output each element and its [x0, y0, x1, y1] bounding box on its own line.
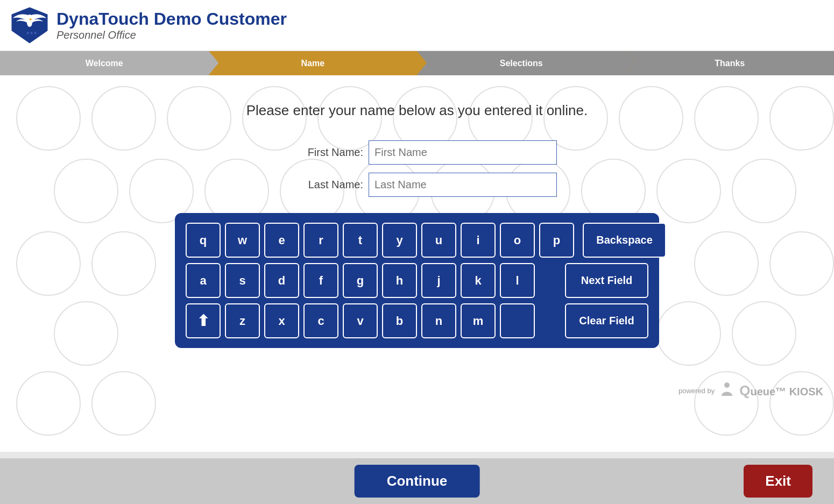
key-f[interactable]: f	[303, 263, 338, 298]
key-e[interactable]: e	[264, 223, 299, 258]
key-b[interactable]: b	[382, 303, 417, 338]
key-shift[interactable]: ⬆	[186, 303, 221, 338]
key-u[interactable]: u	[421, 223, 456, 258]
keyboard-row-3: ⬆ z x c v b n m Clear Field	[186, 303, 648, 338]
key-clear-field[interactable]: Clear Field	[565, 303, 648, 338]
key-y[interactable]: y	[382, 223, 417, 258]
logo-area: ★★★ DynaTouch Demo Customer Personnel Of…	[11, 6, 287, 44]
key-d[interactable]: d	[264, 263, 299, 298]
key-s[interactable]: s	[225, 263, 260, 298]
key-j[interactable]: j	[421, 263, 456, 298]
header: ★★★ DynaTouch Demo Customer Personnel Of…	[0, 0, 834, 51]
person-icon	[719, 381, 735, 397]
instruction-text: Please enter your name below as you ente…	[246, 102, 588, 119]
form-area: First Name: Last Name:	[277, 140, 557, 197]
key-v[interactable]: v	[343, 303, 378, 338]
keyboard: q w e r t y u i o p Backspace a s d f g …	[175, 213, 659, 348]
last-name-row: Last Name:	[277, 173, 557, 197]
key-i[interactable]: i	[461, 223, 496, 258]
svg-text:★★★: ★★★	[26, 31, 37, 36]
key-r[interactable]: r	[303, 223, 338, 258]
footer: Continue Exit	[0, 458, 834, 504]
key-o[interactable]: o	[500, 223, 535, 258]
key-backspace[interactable]: Backspace	[583, 223, 666, 258]
key-a[interactable]: a	[186, 263, 221, 298]
last-name-label: Last Name:	[277, 179, 363, 191]
product-icon	[719, 381, 735, 401]
company-subtitle: Personnel Office	[56, 29, 287, 41]
exit-button[interactable]: Exit	[744, 465, 812, 498]
company-title: DynaTouch Demo Customer	[56, 9, 287, 29]
key-g[interactable]: g	[343, 263, 378, 298]
key-h[interactable]: h	[382, 263, 417, 298]
nav-step-welcome[interactable]: Welcome	[0, 51, 209, 75]
key-k[interactable]: k	[461, 263, 496, 298]
key-t[interactable]: t	[343, 223, 378, 258]
key-c[interactable]: c	[303, 303, 338, 338]
continue-button[interactable]: Continue	[355, 465, 480, 498]
key-space-small[interactable]	[500, 303, 535, 338]
powered-by-text: powered by	[678, 387, 715, 395]
keyboard-row-2: a s d f g h j k l Next Field	[186, 263, 648, 298]
key-n[interactable]: n	[421, 303, 456, 338]
nav-step-name[interactable]: Name	[209, 51, 418, 75]
product-name: Queue™ KIOSK	[739, 382, 823, 399]
key-z[interactable]: z	[225, 303, 260, 338]
nav-step-selections[interactable]: Selections	[417, 51, 626, 75]
header-text: DynaTouch Demo Customer Personnel Office	[56, 9, 287, 41]
nav-steps: Welcome Name Selections Thanks	[0, 51, 834, 75]
key-p[interactable]: p	[539, 223, 574, 258]
first-name-input[interactable]	[369, 140, 557, 165]
key-q[interactable]: q	[186, 223, 221, 258]
logo-icon: ★★★	[11, 6, 48, 44]
svg-point-5	[724, 382, 730, 388]
first-name-label: First Name:	[277, 146, 363, 159]
first-name-row: First Name:	[277, 140, 557, 165]
key-next-field[interactable]: Next Field	[565, 263, 648, 298]
main-content: Please enter your name below as you ente…	[0, 75, 834, 452]
last-name-input[interactable]	[369, 173, 557, 197]
key-l[interactable]: l	[500, 263, 535, 298]
key-m[interactable]: m	[461, 303, 496, 338]
branding: powered by Queue™ KIOSK	[678, 381, 823, 401]
key-w[interactable]: w	[225, 223, 260, 258]
content-area: Please enter your name below as you ente…	[0, 91, 834, 359]
nav-step-thanks[interactable]: Thanks	[626, 51, 835, 75]
key-x[interactable]: x	[264, 303, 299, 338]
keyboard-row-1: q w e r t y u i o p Backspace	[186, 223, 648, 258]
